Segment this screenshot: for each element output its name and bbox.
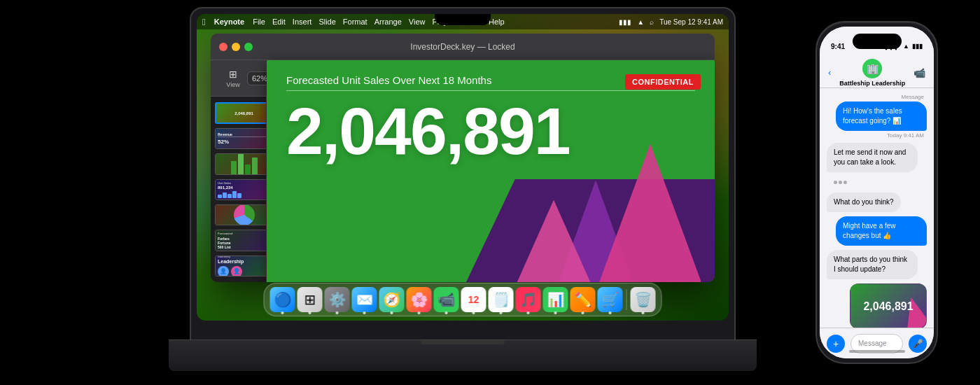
slide-main-number: 2,046,891 [286,98,695,164]
iphone-time: 9:41 [831,43,845,50]
message-row-5: What parts do you think I should update? [827,250,927,279]
dock-mail[interactable]: ✉️ [352,287,377,312]
video-call-button[interactable]: 📹 [913,67,925,78]
message-row-2: Let me send it now and you can take a lo… [827,143,927,172]
iphone-screen: 9:41 ▎▎▎ ▲ ▮▮▮ ‹ 🏢 Battlesh [820,27,934,358]
menubar-right: ▮▮▮ ▲ ⌕ Tue Sep 12 9:41 AM [619,18,723,26]
message-label-1: Message [899,94,927,100]
notch [435,14,491,25]
iphone: 9:41 ▎▎▎ ▲ ▮▮▮ ‹ 🏢 Battlesh [816,21,938,364]
battery-icon: ▮▮▮ [619,18,631,26]
dock-safari[interactable]: 🧭 [379,287,405,312]
contact-name-label: Battleship Leadership [839,80,905,87]
nav-contact-name: 🏢 Battleship Leadership [835,59,909,87]
dock: 🔵 ⊞ ⚙️ ✉️ 🧭 🌸 📹 12 🗒️ 🎵 📊 ✏️ 🛒 🗑️ [264,283,662,316]
slide-thumb-2[interactable]: 2 Revenue 52% [215,128,267,149]
slide-thumb-5[interactable]: 5 [215,204,267,225]
menu-arrange[interactable]: Arrange [374,18,402,26]
window-filename: InvestorDeck.key — Locked [410,42,514,52]
screen-bezel:  Keynote File Edit Insert Slide Format … [197,14,729,321]
messages-list: Message Hi! How's the sales forecast goi… [820,88,934,328]
contact-avatar-small: 🏢 Battleship Leadership [835,59,909,87]
menu-help[interactable]: Help [489,18,505,26]
message-row-4: Might have a few changes but 👍 [827,216,927,246]
home-indicator [849,350,905,353]
minimize-button[interactable] [232,43,240,51]
menu-slide[interactable]: Slide [318,18,335,26]
menu-file[interactable]: File [253,18,265,26]
maximize-button[interactable] [244,43,253,51]
menubar-app-name[interactable]: Keynote [214,18,244,26]
dock-photos[interactable]: 🌸 [407,287,432,312]
slide-thumb-3[interactable]: 3 [215,153,267,174]
imessage-app: 9:41 ▎▎▎ ▲ ▮▮▮ ‹ 🏢 Battlesh [820,27,934,358]
dock-keynote[interactable]: ✏️ [570,287,596,312]
message-bubble-4: Might have a few changes but 👍 [836,216,927,246]
message-bubble-3: What do you think? [827,192,901,212]
iphone-power-button [937,127,938,162]
slide-panel: 1 2,046,891 2 Revenue 52% [211,97,267,282]
macbook-base [169,340,757,371]
apple-logo-icon:  [202,17,206,27]
message-placeholder: Message [858,340,887,347]
confidential-badge: CONFIDENTIAL [625,74,701,90]
dock-launchpad[interactable]: ⊞ [298,287,323,312]
menu-view[interactable]: View [409,18,426,26]
back-chevron-icon: ‹ [828,67,831,78]
keynote-main: 1 2,046,891 2 Revenue 52% [211,97,715,282]
search-icon[interactable]: ⌕ [650,18,654,26]
preview-number-text: 2,046,891 [863,300,913,313]
macbook:  Keynote File Edit Insert Slide Format … [190,7,736,371]
slide-canvas: Forecasted Unit Sales Over Next 18 Month… [267,60,715,283]
slide-content: Forecasted Unit Sales Over Next 18 Month… [267,60,715,283]
slide-thumb-6[interactable]: 6 Forecasted Forbes Fortune 500 List [215,230,267,251]
dock-music[interactable]: 🎵 [516,287,541,312]
dock-systemprefs[interactable]: ⚙️ [325,287,350,312]
message-bubble-5: What parts do you think I should update? [827,250,918,279]
toolbar-view-btn[interactable]: ⊞ View [220,66,246,91]
slide-thumb-1[interactable]: 1 2,046,891 [215,102,267,124]
menu-insert[interactable]: Insert [293,18,312,26]
audio-message-button[interactable]: 🎤 [909,335,927,353]
dot-1 [834,181,837,184]
back-button[interactable]: ‹ [828,67,831,78]
dock-facetime[interactable]: 📹 [434,287,459,312]
menu-edit[interactable]: Edit [272,18,286,26]
zoom-value: 62% [252,74,267,83]
slide-thumb-4[interactable]: 4 Unit Sales 891,234 [215,179,267,200]
slide-preview-1: 2,046,891 [216,104,267,122]
message-row-image: 2,046,891 Delivered [827,284,927,328]
iphone-body: 9:41 ▎▎▎ ▲ ▮▮▮ ‹ 🏢 Battlesh [816,21,938,364]
view-icon: ⊞ [229,69,237,80]
view-label: View [226,81,239,88]
window-titlebar: InvestorDeck.key — Locked [211,34,715,60]
typing-indicator [827,176,927,188]
message-time-1: Today 9:41 AM [884,132,927,139]
dot-2 [839,181,842,184]
wifi-status-icon: ▲ [903,43,909,50]
macbook-hinge [421,340,505,344]
traffic-lights [219,43,253,51]
dock-reminders[interactable]: 🗒️ [489,287,514,312]
add-attachment-button[interactable]: + [827,335,845,353]
iphone-volume-button [816,106,817,127]
dock-finder[interactable]: 🔵 [270,287,295,312]
slide-image-preview: 2,046,891 [850,284,927,328]
dock-separator [626,289,627,310]
dot-3 [844,181,847,184]
message-row-3: What do you think? [827,192,927,212]
dock-appstore[interactable]: 🛒 [598,287,623,312]
dynamic-island [853,34,902,49]
dock-numbers[interactable]: 📊 [543,287,568,312]
keynote-canvas: Forecasted Unit Sales Over Next 18 Month… [267,97,715,282]
macos-screen:  Keynote File Edit Insert Slide Format … [197,14,729,321]
dock-trash[interactable]: 🗑️ [631,287,656,312]
dock-calendar[interactable]: 12 [461,287,486,312]
slide-thumb-7[interactable]: 7 Summary Leadership 👤 👤 [215,255,267,276]
menu-format[interactable]: Format [343,18,368,26]
imessage-input-bar: + Message 🎤 [820,328,934,358]
clock-display: Tue Sep 12 9:41 AM [659,18,723,26]
close-button[interactable] [219,43,227,51]
imessage-nav: ‹ 🏢 Battleship Leadership 📹 [820,57,934,88]
window-title-area: InvestorDeck.key — Locked [410,42,514,52]
